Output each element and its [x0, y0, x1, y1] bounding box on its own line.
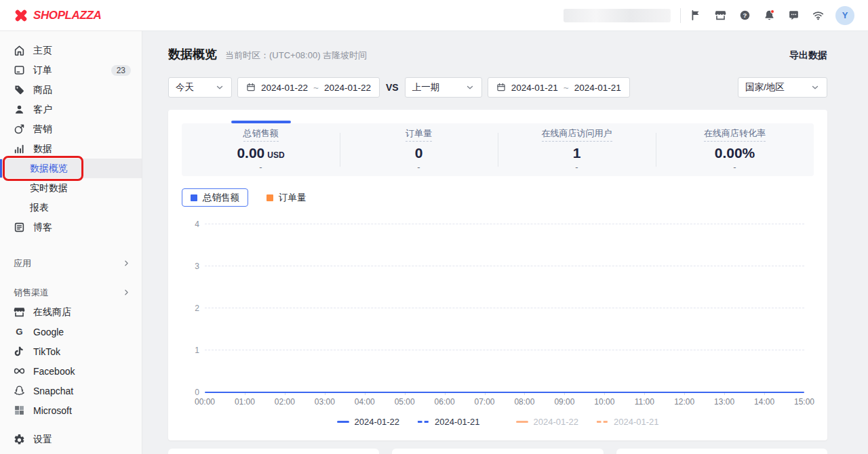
topbar-messages-button[interactable] — [781, 4, 806, 27]
orders-count-badge: 23 — [111, 65, 131, 76]
stat-delta: - — [575, 162, 578, 172]
series-toggle-order-count[interactable]: 订单量 — [258, 188, 315, 207]
x-axis-tick-label: 09:00 — [554, 397, 574, 407]
stat-conversion-rate[interactable]: 在线商店转化率0.00%- — [656, 123, 814, 176]
legend-item-solid[interactable]: 2024-01-22 — [337, 417, 400, 427]
sidebar-item-home[interactable]: 主页 — [0, 41, 142, 60]
sidebar-item-google[interactable]: GGoogle — [0, 322, 142, 342]
snapchat-icon — [14, 385, 25, 396]
stat-label: 总销售额 — [243, 127, 279, 142]
x-axis-tick-label: 00:00 — [195, 397, 215, 407]
legend-solid-line-swatch — [516, 421, 528, 423]
topbar-notifications-button[interactable] — [757, 4, 781, 27]
timezone-label: 当前时区：(UTC+08:00) 吉隆坡时间 — [225, 49, 367, 62]
region-select[interactable]: 国家/地区 — [738, 77, 827, 98]
y-axis-tick-label: 0 — [182, 388, 199, 397]
sidebar-item-customers[interactable]: 客户 — [0, 100, 142, 119]
topbar-help-button[interactable]: ? — [732, 4, 757, 27]
calendar-icon — [496, 83, 506, 92]
legend-item-dashed[interactable]: 2024-01-21 — [417, 417, 480, 427]
sidebar-item-label: 应用 — [14, 257, 122, 270]
stat-delta: - — [259, 162, 262, 172]
topbar: SHOPLAZZA ? Y — [0, 0, 868, 31]
x-axis-tick-label: 12:00 — [674, 397, 694, 407]
legend-label: 2024-01-21 — [435, 417, 480, 427]
sidebar-item-products[interactable]: 商品 — [0, 80, 142, 100]
stat-value-number: 0.00 — [237, 145, 264, 161]
bar-chart-icon — [14, 143, 25, 154]
calendar-icon — [246, 83, 256, 92]
chevron-down-icon — [215, 83, 224, 92]
legend-item-muted-solid[interactable]: 2024-01-22 — [516, 417, 579, 427]
stats-row: 总销售额0.00USD-订单量0-在线商店访问用户1-在线商店转化率0.00%- — [182, 123, 814, 176]
stat-delta: - — [417, 162, 420, 172]
x-axis-tick-label: 05:00 — [395, 397, 415, 407]
sidebar-group-apps[interactable]: 应用 — [0, 253, 142, 273]
chevron-right-icon — [122, 259, 131, 268]
sidebar-item-analytics[interactable]: 数据 — [0, 139, 142, 159]
active-stat-indicator — [231, 121, 291, 123]
shoplazza-logo[interactable]: SHOPLAZZA — [14, 8, 101, 23]
x-axis-tick-label: 03:00 — [315, 397, 335, 407]
x-axis-tick-label: 11:00 — [635, 397, 654, 407]
sidebar-item-online-store[interactable]: 在线商店 — [0, 302, 142, 322]
gear-icon — [14, 434, 25, 445]
stat-total-sales[interactable]: 总销售额0.00USD- — [182, 123, 340, 176]
sidebar-item-label: 实时数据 — [30, 182, 68, 194]
x-axis-tick-label: 06:00 — [435, 397, 455, 407]
series-toggle-total-sales[interactable]: 总销售额 — [182, 188, 248, 207]
y-axis-tick-label: 2 — [182, 304, 199, 313]
storefront-icon — [14, 306, 25, 318]
sidebar-item-orders[interactable]: 订单23 — [0, 60, 142, 80]
sidebar-item-microsoft[interactable]: Microsoft — [0, 400, 142, 420]
vs-label: VS — [386, 82, 399, 93]
bottom-card — [168, 449, 379, 454]
svg-text:G: G — [16, 327, 22, 337]
shoplazza-logo-icon — [14, 8, 28, 23]
wifi-icon — [812, 9, 824, 21]
home-icon — [14, 45, 25, 56]
stat-value-number: 1 — [573, 145, 581, 161]
legend-item-muted-dashed[interactable]: 2024-01-21 — [596, 417, 659, 427]
store-name-blurred — [564, 9, 671, 22]
google-icon: G — [14, 326, 25, 337]
microsoft-icon — [14, 405, 25, 416]
stat-order-count[interactable]: 订单量0- — [340, 123, 498, 176]
orders-icon — [14, 64, 25, 76]
sidebar-subitem-reports[interactable]: 报表 — [0, 198, 142, 218]
gridline — [205, 350, 804, 350]
stat-value-number: 0 — [415, 145, 423, 161]
period-select[interactable]: 今天 — [168, 77, 232, 98]
stat-unit: USD — [267, 150, 284, 160]
sidebar-item-facebook[interactable]: Facebook — [0, 361, 142, 381]
sidebar-subitem-realtime-data[interactable]: 实时数据 — [0, 178, 142, 198]
page-header: 数据概览 当前时区：(UTC+08:00) 吉隆坡时间 导出数据 — [168, 46, 827, 62]
stat-value: 0.00% — [715, 145, 755, 161]
brand-name: SHOPLAZZA — [33, 9, 101, 22]
y-axis-tick-label: 3 — [182, 262, 199, 271]
sidebar-item-label: Google — [33, 327, 131, 337]
topbar-network-button[interactable] — [806, 4, 830, 27]
date-range-compare[interactable]: 2024-01-21 ~ 2024-01-21 — [488, 77, 630, 98]
stat-store-visitors[interactable]: 在线商店访问用户1- — [498, 123, 656, 176]
sidebar-item-label: 客户 — [33, 104, 131, 116]
sidebar-item-label: 数据 — [33, 143, 131, 155]
topbar-store-button[interactable] — [708, 4, 732, 27]
sidebar-item-label: 订单 — [33, 64, 103, 77]
topbar-flag-button[interactable] — [684, 4, 708, 27]
sidebar-item-blog[interactable]: 博客 — [0, 218, 142, 237]
compare-select[interactable]: 上一期 — [405, 77, 482, 98]
sidebar-group-sales-channels[interactable]: 销售渠道 — [0, 283, 142, 302]
user-avatar[interactable]: Y — [835, 6, 854, 25]
date-range-primary[interactable]: 2024-01-22 ~ 2024-01-22 — [237, 77, 380, 98]
sidebar-item-settings[interactable]: 设置 — [0, 430, 142, 449]
sidebar-item-snapchat[interactable]: Snapchat — [0, 381, 142, 400]
sidebar-item-tiktok[interactable]: TikTok — [0, 342, 142, 361]
sidebar-item-label: 商品 — [33, 84, 131, 96]
bottom-card — [392, 449, 603, 454]
sidebar-subitem-data-overview[interactable]: 数据概览 — [0, 159, 142, 178]
export-data-button[interactable]: 导出数据 — [789, 49, 827, 62]
stat-value: 1 — [573, 145, 581, 161]
sidebar-item-marketing[interactable]: 营销 — [0, 119, 142, 139]
series-toggle-label: 订单量 — [279, 192, 307, 204]
